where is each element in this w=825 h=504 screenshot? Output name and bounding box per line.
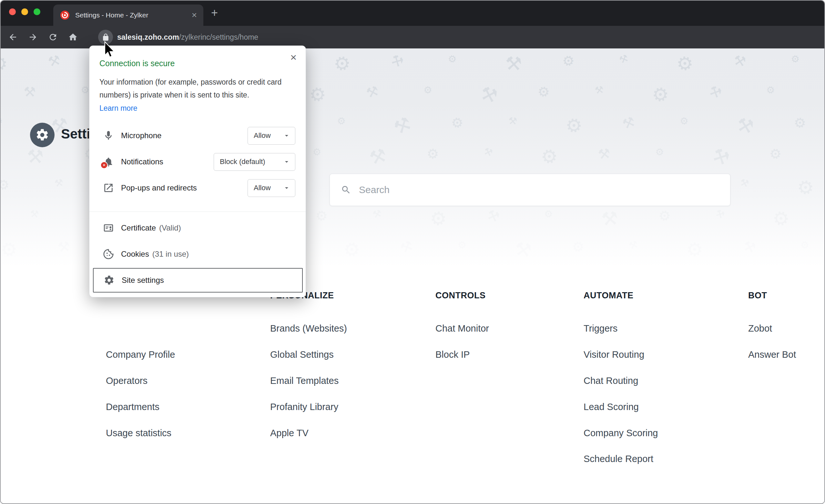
settings-link-operators[interactable]: Operators	[106, 375, 148, 386]
watermark-gear-icon: ⚙	[1, 115, 4, 127]
settings-link-apple-tv[interactable]: Apple TV	[270, 428, 309, 438]
pop-ups-and-redirects-dropdown[interactable]: Allow	[247, 179, 295, 197]
window-minimize-button[interactable]	[21, 8, 28, 15]
watermark-gear-icon: ⚙	[679, 116, 689, 126]
watermark-gear-icon: ⚙	[336, 115, 347, 127]
chevron-down-icon	[283, 184, 291, 192]
microphone-dropdown[interactable]: Allow	[247, 127, 295, 145]
watermark-tools-icon: ⚒	[54, 177, 64, 189]
settings-link-email-templates[interactable]: Email Templates	[270, 375, 339, 386]
watermark-tools-icon: ⚒	[709, 144, 733, 168]
close-icon[interactable]: ×	[290, 52, 297, 63]
forward-icon	[28, 32, 38, 42]
permission-label: Pop-ups and redirects	[121, 184, 247, 193]
back-icon	[8, 32, 18, 42]
watermark-gear-icon: ⚙	[450, 115, 465, 131]
notifications-blocked-icon: ✕	[103, 156, 114, 167]
notifications-dropdown[interactable]: Block (default)	[214, 153, 295, 171]
watermark-gear-icon: ⚙	[313, 207, 330, 225]
section-header-automate: AUTOMATE	[584, 291, 633, 301]
notifications-row: ✕NotificationsBlock (default)	[89, 149, 306, 175]
watermark-tools-icon: ⚒	[739, 177, 750, 189]
settings-link-departments[interactable]: Departments	[106, 402, 159, 412]
cookies-row[interactable]: Cookies(31 in use)	[89, 241, 306, 267]
window-zoom-button[interactable]	[33, 8, 41, 15]
settings-link-chat-routing[interactable]: Chat Routing	[584, 375, 638, 386]
watermark-gear-icon: ⚙	[538, 145, 560, 168]
site-settings-gear-icon	[103, 275, 115, 286]
settings-link-usage-statistics[interactable]: Usage statistics	[106, 428, 171, 438]
settings-link-schedule-report[interactable]: Schedule Report	[584, 454, 653, 464]
watermark-tools-icon: ⚒	[732, 53, 747, 69]
learn-more-link[interactable]: Learn more	[99, 104, 138, 113]
tab-title: Settings - Home - Zylker	[75, 11, 189, 19]
site-settings-row[interactable]: Site settings	[93, 268, 303, 292]
watermark-tools-icon: ⚒	[594, 85, 604, 95]
watermark-gear-icon: ⚙	[651, 84, 670, 105]
settings-link-profanity-library[interactable]: Profanity Library	[270, 402, 338, 412]
address-bar[interactable]: salesiq.zoho.com/zylkerinc/settings/home	[117, 33, 258, 42]
watermark-gear-icon: ⚙	[426, 147, 439, 161]
reload-button[interactable]	[46, 30, 60, 44]
watermark-gear-icon: ⚙	[768, 146, 783, 162]
dropdown-value: Allow	[254, 131, 271, 140]
settings-link-company-profile[interactable]: Company Profile	[106, 349, 175, 360]
settings-link-block-ip[interactable]: Block IP	[435, 349, 470, 360]
lock-icon[interactable]	[98, 30, 113, 45]
settings-link-company-scoring[interactable]: Company Scoring	[584, 428, 658, 438]
tab-close-icon[interactable]: ×	[192, 11, 197, 20]
watermark-gear-icon: ⚙	[657, 208, 672, 224]
watermark-tools-icon: ⚒	[485, 208, 501, 225]
watermark-gear-icon: ⚙	[676, 53, 694, 74]
settings-link-lead-scoring[interactable]: Lead Scoring	[584, 402, 639, 412]
home-button[interactable]	[66, 30, 80, 44]
dropdown-value: Block (default)	[220, 157, 265, 166]
new-tab-button[interactable]: +	[211, 7, 218, 19]
watermark-tools-icon: ⚒	[514, 239, 533, 260]
watermark-tools-icon: ⚒	[26, 147, 44, 166]
row-label: Site settings	[122, 276, 164, 285]
search-bar[interactable]	[329, 174, 731, 206]
settings-link-triggers[interactable]: Triggers	[584, 323, 617, 334]
site-info-popup: × Connection is secure Your information …	[89, 46, 306, 297]
watermark-tools-icon: ⚒	[621, 115, 637, 132]
section-header-bot: BOT	[748, 291, 767, 301]
settings-link-answer-bot[interactable]: Answer Bot	[748, 349, 796, 360]
settings-link-global-settings[interactable]: Global Settings	[270, 349, 334, 360]
search-icon	[341, 185, 351, 195]
row-label: Cookies	[121, 249, 149, 259]
settings-link-zobot[interactable]: Zobot	[748, 323, 772, 334]
watermark-gear-icon: ⚙	[771, 208, 792, 230]
watermark-gear-icon: ⚙	[1, 238, 21, 262]
watermark-tools-icon: ⚒	[505, 54, 523, 74]
watermark-tools-icon: ⚒	[23, 85, 36, 99]
watermark-gear-icon: ⚙	[789, 53, 802, 65]
browser-window: Settings - Home - Zylker × + salesiq.zoh…	[0, 0, 825, 504]
back-button[interactable]	[6, 30, 20, 44]
watermark-tools-icon: ⚒	[57, 239, 71, 255]
watermark-gear-icon: ⚙	[535, 83, 552, 101]
watermark-tools-icon: ⚒	[398, 238, 415, 256]
watermark-gear-icon: ⚙	[799, 239, 811, 251]
watermark-gear-icon: ⚙	[424, 85, 432, 95]
watermark-tools-icon: ⚒	[742, 238, 757, 255]
forward-button[interactable]	[26, 30, 40, 44]
row-label: Certificate	[121, 223, 156, 232]
pop-ups-and-redirects-row: Pop-ups and redirectsAllow	[89, 175, 306, 201]
settings-link-brands-websites[interactable]: Brands (Websites)	[270, 323, 347, 334]
settings-link-chat-monitor[interactable]: Chat Monitor	[435, 323, 489, 334]
browser-tab[interactable]: Settings - Home - Zylker ×	[53, 4, 203, 26]
cookie-icon	[103, 248, 114, 260]
watermark-tools-icon: ⚒	[482, 146, 494, 158]
watermark-tools-icon: ⚒	[390, 113, 415, 138]
search-input[interactable]	[358, 184, 719, 196]
watermark-tools-icon: ⚒	[478, 83, 500, 106]
settings-link-visitor-routing[interactable]: Visitor Routing	[584, 349, 644, 360]
watermark-gear-icon: ⚙	[686, 240, 703, 259]
chevron-down-icon	[283, 132, 291, 140]
window-close-button[interactable]	[9, 8, 16, 15]
watermark-tools-icon: ⚒	[597, 147, 611, 161]
watermark-tools-icon: ⚒	[707, 83, 724, 101]
certificate-row[interactable]: Certificate(Valid)	[89, 215, 306, 241]
microphone-row: MicrophoneAllow	[89, 123, 306, 148]
